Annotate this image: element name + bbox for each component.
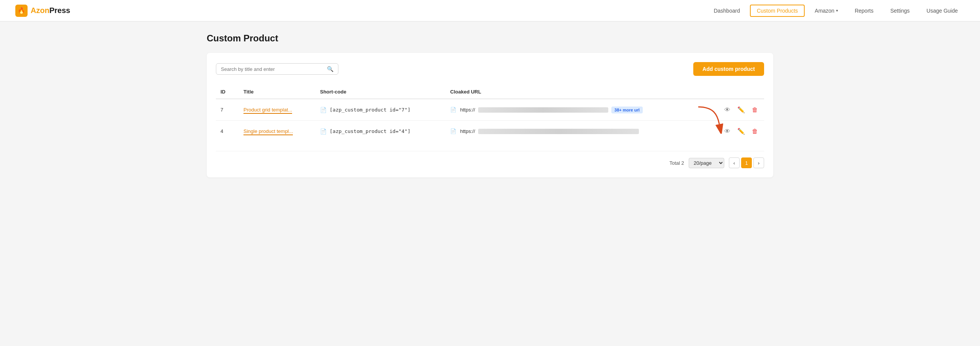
row2-title: Single product templ... bbox=[239, 121, 315, 142]
row2-id: 4 bbox=[216, 121, 239, 142]
add-custom-product-button[interactable]: Add custom product bbox=[693, 62, 764, 76]
pagination-page-1-button[interactable]: 1 bbox=[741, 157, 752, 168]
row1-shortcode: 📄 [azp_custom_product id="7"] bbox=[315, 99, 446, 121]
row2-shortcode: 📄 [azp_custom_product id="4"] bbox=[315, 121, 446, 142]
row2-url-prefix: https:// bbox=[460, 128, 475, 134]
row2-title-link[interactable]: Single product templ... bbox=[243, 128, 293, 135]
row1-actions: 👁 ✏️ 🗑 bbox=[718, 99, 764, 121]
pagination: Total 2 20/page 50/page 100/page ‹ 1 › bbox=[216, 151, 764, 168]
row2-delete-button[interactable]: 🗑 bbox=[750, 126, 760, 136]
row2-view-button[interactable]: 👁 bbox=[723, 126, 732, 136]
logo-icon: 🔥 bbox=[15, 5, 28, 17]
row1-url-text-wrapper: https:// 38+ more url bbox=[460, 107, 714, 113]
table-header-row: ID Title Short-code Cloaked URL bbox=[216, 85, 764, 99]
logo[interactable]: 🔥 AzonPress bbox=[15, 5, 70, 17]
pagination-prev-button[interactable]: ‹ bbox=[729, 157, 740, 168]
row1-shortcode-text: [azp_custom_product id="7"] bbox=[330, 107, 410, 113]
page-title: Custom Product bbox=[207, 33, 773, 44]
search-icon[interactable]: 🔍 bbox=[327, 66, 333, 72]
pagination-next-button[interactable]: › bbox=[753, 157, 764, 168]
table-row: 7 Product grid templat... 📄 [azp_custom_… bbox=[216, 99, 764, 121]
nav-item-dashboard[interactable]: Dashboard bbox=[707, 5, 747, 17]
main-nav: Dashboard Custom Products Amazon ▾ Repor… bbox=[707, 5, 965, 17]
col-header-title: Title bbox=[239, 85, 315, 99]
row1-more-url-badge[interactable]: 38+ more url bbox=[611, 107, 643, 113]
row2-shortcode-copy-icon[interactable]: 📄 bbox=[320, 128, 327, 134]
row1-id: 7 bbox=[216, 99, 239, 121]
nav-item-reports[interactable]: Reports bbox=[848, 5, 880, 17]
row1-shortcode-copy-icon[interactable]: 📄 bbox=[320, 107, 327, 113]
search-input[interactable] bbox=[221, 66, 327, 72]
per-page-select[interactable]: 20/page 50/page 100/page bbox=[689, 158, 724, 168]
logo-text: AzonPress bbox=[31, 6, 70, 15]
row2-url: 📄 https:// bbox=[446, 121, 718, 142]
row1-url-prefix: https:// bbox=[460, 107, 475, 113]
row2-actions: 👁 ✏️ 🗑 bbox=[718, 121, 764, 142]
row1-view-button[interactable]: 👁 bbox=[723, 105, 732, 115]
pagination-nav: ‹ 1 › bbox=[729, 157, 764, 168]
row1-edit-button[interactable]: ✏️ bbox=[736, 105, 746, 115]
row1-delete-button[interactable]: 🗑 bbox=[750, 105, 760, 115]
nav-item-custom-products[interactable]: Custom Products bbox=[750, 5, 805, 17]
main-content: Custom Product 🔍 Add custom product ID T… bbox=[191, 21, 789, 189]
row1-url: 📄 https:// 38+ more url bbox=[446, 99, 718, 121]
table-row: 4 Single product templ... 📄 [azp_custom_… bbox=[216, 121, 764, 142]
chevron-down-icon: ▾ bbox=[836, 8, 838, 13]
toolbar: 🔍 Add custom product bbox=[216, 62, 764, 76]
col-header-cloaked-url: Cloaked URL bbox=[446, 85, 718, 99]
header: 🔥 AzonPress Dashboard Custom Products Am… bbox=[0, 0, 980, 21]
row1-url-copy-icon[interactable]: 📄 bbox=[450, 107, 456, 113]
row1-url-blurred bbox=[478, 107, 608, 113]
row1-title-link[interactable]: Product grid templat... bbox=[243, 107, 292, 114]
pagination-total: Total 2 bbox=[670, 160, 684, 166]
row2-url-blurred bbox=[478, 129, 639, 134]
content-card: 🔍 Add custom product ID Title Short-code… bbox=[207, 53, 773, 177]
nav-item-usage-guide[interactable]: Usage Guide bbox=[920, 5, 965, 17]
row1-title: Product grid templat... bbox=[239, 99, 315, 121]
search-wrapper: 🔍 bbox=[216, 63, 338, 75]
col-header-shortcode: Short-code bbox=[315, 85, 446, 99]
row2-edit-button[interactable]: ✏️ bbox=[736, 126, 746, 136]
products-table: ID Title Short-code Cloaked URL 7 Produc… bbox=[216, 85, 764, 142]
row2-url-copy-icon[interactable]: 📄 bbox=[450, 128, 456, 134]
row2-url-text-wrapper: https:// bbox=[460, 128, 714, 134]
nav-item-settings[interactable]: Settings bbox=[884, 5, 917, 17]
col-header-id: ID bbox=[216, 85, 239, 99]
row2-shortcode-text: [azp_custom_product id="4"] bbox=[330, 128, 410, 134]
nav-item-amazon[interactable]: Amazon ▾ bbox=[808, 5, 844, 17]
col-header-actions bbox=[718, 85, 764, 99]
